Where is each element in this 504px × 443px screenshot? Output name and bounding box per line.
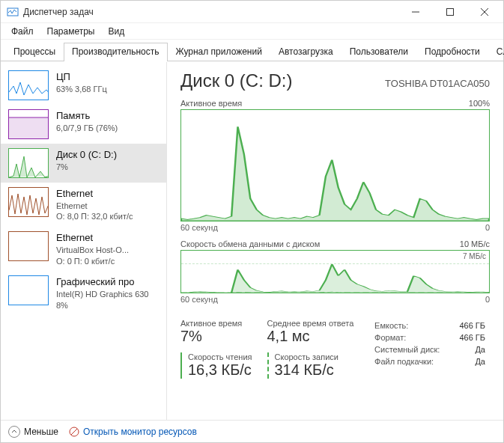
fewer-details-button[interactable]: Меньше	[8, 426, 58, 438]
memory-thumb	[8, 109, 49, 139]
gpu-title: Графический про	[56, 275, 149, 289]
menu-bar: Файл Параметры Вид	[1, 23, 503, 40]
cpu-thumb	[8, 70, 49, 100]
menu-view[interactable]: Вид	[102, 25, 130, 38]
disk-properties-table: Емкость:466 ГБ Формат:466 ГБ Системный д…	[373, 319, 490, 368]
stat-active-label: Активное время	[180, 319, 252, 328]
close-button[interactable]	[467, 1, 502, 23]
eth1-sub2: О: 8,0 П: 32,0 кбит/с	[56, 211, 133, 222]
eth2-title: Ethernet	[56, 231, 129, 245]
tab-services[interactable]: Службы	[488, 43, 504, 61]
eth2-sub2: О: 0 П: 0 кбит/с	[56, 256, 129, 267]
tab-app-history[interactable]: Журнал приложений	[168, 43, 270, 61]
prop-val: Да	[444, 356, 488, 367]
tab-strip: Процессы Производительность Журнал прило…	[1, 40, 503, 61]
prop-val: 466 ГБ	[444, 332, 488, 343]
eth1-sub1: Ethernet	[56, 201, 133, 212]
prop-key: Емкость:	[374, 320, 443, 331]
active-time-chart-max: 100%	[469, 99, 490, 108]
disk-detail-pane: Диск 0 (C: D:) TOSHIBA DT01ACA050 Активн…	[167, 61, 503, 420]
memory-title: Память	[56, 109, 118, 123]
stat-write-value: 314 КБ/с	[275, 361, 354, 379]
app-icon	[7, 6, 19, 18]
cpu-title: ЦП	[56, 70, 107, 84]
gpu-sub2: 8%	[56, 300, 149, 311]
gpu-sub1: Intel(R) HD Graphics 630	[56, 289, 149, 300]
title-bar[interactable]: Диспетчер задач	[1, 1, 503, 23]
stat-response-value: 4,1 мс	[267, 328, 354, 345]
throughput-chart-label: Скорость обмена данными с диском	[180, 239, 320, 248]
tab-users[interactable]: Пользователи	[341, 43, 416, 61]
disk-model: TOSHIBA DT01ACA050	[385, 78, 490, 89]
table-row: Емкость:466 ГБ	[374, 320, 488, 331]
throughput-chart-max: 10 МБ/с	[460, 239, 490, 248]
eth1-title: Ethernet	[56, 187, 133, 201]
cpu-sub: 63% 3,68 ГГц	[56, 84, 107, 95]
stat-active-value: 7%	[180, 328, 252, 345]
stat-active-time: Активное время 7%	[180, 319, 252, 345]
fewer-details-label: Меньше	[24, 427, 58, 437]
tab-performance[interactable]: Производительность	[64, 43, 167, 61]
sidebar-item-gpu[interactable]: Графический про Intel(R) HD Graphics 630…	[1, 271, 166, 315]
prop-val: Да	[444, 344, 488, 355]
stat-read-value: 16,3 КБ/с	[188, 361, 252, 379]
chart1-x-left: 60 секунд	[180, 223, 218, 232]
page-title: Диск 0 (C: D:)	[180, 70, 293, 91]
stat-write-speed: Скорость записи 314 КБ/с	[267, 352, 354, 379]
chart1-x-right: 0	[485, 223, 490, 232]
tab-startup[interactable]: Автозагрузка	[270, 43, 341, 61]
maximize-button[interactable]	[433, 1, 467, 23]
table-row: Системный диск:Да	[374, 344, 488, 355]
prop-key: Системный диск:	[374, 344, 443, 355]
tab-processes[interactable]: Процессы	[5, 43, 64, 61]
content-area: ЦП 63% 3,68 ГГц Память 6,0/7,9 ГБ (76%)	[1, 61, 503, 420]
active-time-chart-label: Активное время	[180, 99, 242, 108]
window-title: Диспетчер задач	[23, 7, 398, 17]
gpu-thumb	[8, 275, 49, 305]
sidebar-item-memory[interactable]: Память 6,0/7,9 ГБ (76%)	[1, 105, 166, 144]
tab-details[interactable]: Подробности	[416, 43, 488, 61]
menu-file[interactable]: Файл	[5, 25, 40, 38]
stat-response-label: Среднее время ответа	[267, 319, 354, 328]
open-resource-monitor-link[interactable]: Открыть монитор ресурсов	[69, 427, 197, 437]
resource-sidebar[interactable]: ЦП 63% 3,68 ГГц Память 6,0/7,9 ГБ (76%)	[1, 61, 167, 420]
table-row: Файл подкачки:Да	[374, 356, 488, 367]
stat-read-label: Скорость чтения	[188, 352, 252, 361]
disk-title: Диск 0 (C: D:)	[56, 148, 117, 162]
minimize-button[interactable]	[398, 1, 433, 23]
active-time-chart[interactable]	[180, 109, 490, 222]
stat-write-label: Скорость записи	[275, 352, 354, 361]
eth2-thumb	[8, 231, 49, 261]
chart2-x-left: 60 секунд	[180, 295, 218, 304]
sidebar-item-ethernet-1[interactable]: Ethernet Ethernet О: 8,0 П: 32,0 кбит/с	[1, 183, 166, 227]
stat-read-speed: Скорость чтения 16,3 КБ/с	[180, 352, 252, 379]
memory-sub: 6,0/7,9 ГБ (76%)	[56, 123, 118, 134]
prop-key: Файл подкачки:	[374, 356, 443, 367]
chart2-x-right: 0	[485, 295, 490, 304]
svg-line-8	[71, 429, 77, 435]
menu-options[interactable]: Параметры	[41, 25, 101, 38]
svg-rect-2	[447, 8, 454, 15]
eth2-sub1: VirtualBox Host-O...	[56, 245, 129, 256]
sidebar-item-ethernet-2[interactable]: Ethernet VirtualBox Host-O... О: 0 П: 0 …	[1, 227, 166, 271]
chevron-up-icon	[8, 426, 20, 438]
footer-bar: Меньше Открыть монитор ресурсов	[1, 420, 503, 442]
stat-response-time: Среднее время ответа 4,1 мс	[267, 319, 354, 345]
disk-thumb	[8, 148, 49, 178]
svg-rect-5	[9, 117, 49, 139]
throughput-sublabel: 7 МБ/с	[463, 252, 486, 260]
prop-val: 466 ГБ	[444, 320, 488, 331]
task-manager-window: Диспетчер задач Файл Параметры Вид Проце…	[0, 0, 504, 443]
disk-sub: 7%	[56, 162, 117, 173]
resource-monitor-icon	[69, 427, 79, 437]
open-resource-monitor-label: Открыть монитор ресурсов	[83, 427, 197, 437]
sidebar-item-cpu[interactable]: ЦП 63% 3,68 ГГц	[1, 66, 166, 105]
sidebar-item-disk[interactable]: Диск 0 (C: D:) 7%	[1, 144, 166, 183]
prop-key: Формат:	[374, 332, 443, 343]
throughput-chart[interactable]: 7 МБ/с	[180, 250, 490, 293]
table-row: Формат:466 ГБ	[374, 332, 488, 343]
eth1-thumb	[8, 187, 49, 217]
